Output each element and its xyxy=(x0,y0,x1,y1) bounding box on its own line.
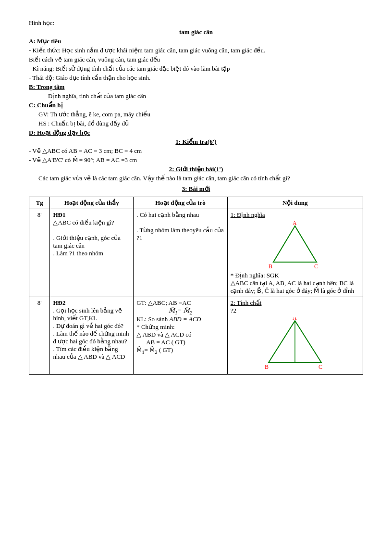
sub1-item1: - Vẽ △ABC có AB = AC = 3 cm; BC = 4 cm xyxy=(29,147,363,155)
row1-hd1-content1: △ABC có điều kiện gì? xyxy=(53,219,130,226)
section-b-content: Định nghĩa, tính chất của tam giác cân xyxy=(29,92,363,100)
row1-tro-content1: . Có hai cạnh bằng nhau xyxy=(136,211,224,219)
triangle2-container: A B C xyxy=(231,317,360,370)
row2-tro-proof: * Chứng minh: xyxy=(136,323,224,331)
row2-tg: 8' xyxy=(29,297,50,375)
table-row-1: 8' HĐ1 △ABC có điều kiện gì? . Giới thiệ… xyxy=(29,209,363,297)
svg-text:A: A xyxy=(293,221,297,226)
row2-nd-title: 2: Tính chất xyxy=(231,299,360,307)
triangle2-svg: A B C xyxy=(264,317,326,370)
section-a-item4: - Thái độ: Giáo dục tính cần thận cho họ… xyxy=(29,74,363,82)
section-b-label: B: Trong tâm xyxy=(29,83,363,91)
row1-hd1-content2a: . Giới thiệu cạnh, góc của tam giác cân xyxy=(53,234,130,250)
svg-text:B: B xyxy=(269,263,272,269)
row2-thay-item4: . Tìm các điều kiện bằng nhau của △ ABD … xyxy=(53,345,130,361)
row1-nd-def: * Định nghĩa: SGK xyxy=(231,272,360,279)
row2-tro-step3: M̂1= M̂2 ( GT) xyxy=(136,346,224,355)
row2-tro-formula: M̂1= M̂2 xyxy=(136,307,224,315)
row1-tg: 8' xyxy=(29,209,50,297)
row2-hd2-title: HĐ2 xyxy=(53,299,130,307)
row2-tro-gt: GT: △ABC; AB =AC xyxy=(136,299,224,307)
row1-nd-detail: △ABC cân tại A, AB, AC là hai cạnh bên; … xyxy=(231,279,360,295)
row2-nd: 2: Tính chất ?2 A B C xyxy=(227,297,363,375)
row2-thay: HĐ2 . Gọi học sinh lên bảng vẽ hình, viế… xyxy=(50,297,134,375)
svg-marker-0 xyxy=(273,226,317,262)
sub3-label: 3: Bài mới xyxy=(29,185,363,193)
row2-thay-item3: . Làm thế nào để chứng minh đ ược hai gó… xyxy=(53,330,130,345)
row1-nd: 1: Định nghĩa A B C * Định nghĩa: SGK xyxy=(227,209,363,297)
row2-thay-item2: . Dự đoán gì về hai góc đó? xyxy=(53,322,130,330)
header-tro: Hoạt động của trò xyxy=(134,197,227,209)
section-a-item3: - Kĩ năng: Biết sử dụng tính chất của cá… xyxy=(29,65,363,73)
page-content: Hình học: tam giác cân A: Mục tiêu - Kiế… xyxy=(29,19,363,375)
sub2-label: 2: Giới thiệu bài(1') xyxy=(29,165,363,173)
section-a-item2: Biết cách vẽ tam giác cân, vuông cân, ta… xyxy=(29,56,363,63)
svg-text:B: B xyxy=(265,364,269,370)
svg-text:A: A xyxy=(293,317,297,321)
table-row-2: 8' HĐ2 . Gọi học sinh lên bảng vẽ hình, … xyxy=(29,297,363,375)
row1-hd1-title: HĐ1 xyxy=(53,211,130,219)
page-title: tam giác cân xyxy=(29,28,363,36)
section-c-hs: HS : Chuẩn bị bài, đồ dùng đầy đủ xyxy=(29,120,363,127)
svg-text:C: C xyxy=(318,364,322,370)
section-c-label: C: Chuẩn bị xyxy=(29,101,363,109)
section-a-label: A: Mục tiêu xyxy=(29,38,363,45)
sub1-item2: - Vẽ △A'B'C' có M̂ = 90°; AB = AC =3 cm xyxy=(29,156,363,164)
row2-tro: GT: △ABC; AB =AC M̂1= M̂2 KL: So sánh AB… xyxy=(134,297,227,375)
header-tg: Tg xyxy=(29,197,50,209)
row2-nd-q: ?2 xyxy=(231,307,360,314)
sub1-label: 1: Kiểm tra(6') xyxy=(29,138,363,146)
main-table: Tg Hoạt động của thầy Hoạt động của trò … xyxy=(29,197,363,375)
row2-thay-item1: . Gọi học sinh lên bảng vẽ hình, viết GT… xyxy=(53,307,130,322)
section-d-label: D: Hoạt động dạy học xyxy=(29,129,363,137)
row2-tro-kl: KL: So sánh ABD = ACD xyxy=(136,315,224,323)
section-a-item1: - Kiến thức: Học sinh nắm đ ược khái niệ… xyxy=(29,47,363,54)
row1-thay: HĐ1 △ABC có điều kiện gì? . Giới thiệu c… xyxy=(50,209,134,297)
row2-tro-step2: AB = AC ( GT) xyxy=(136,339,224,346)
triangle1-container: A B C xyxy=(231,221,360,269)
row2-tro-step1: △ ABD và △ ACD có xyxy=(136,331,224,339)
row1-tro: . Có hai cạnh bằng nhau . Từng nhóm làm … xyxy=(134,209,227,297)
triangle1-svg: A B C xyxy=(266,221,324,269)
sub2-content: Các tam giác vừa vẽ là các tam giác cân.… xyxy=(29,175,363,182)
row1-tro-content2a: . Từng nhóm làm theoyêu cầu của ?1 xyxy=(136,226,224,242)
header-nd: Nội dung xyxy=(227,197,363,209)
row1-hd1-content2b: . Làm ?1 theo nhóm xyxy=(53,250,130,257)
row1-nd-title: 1: Định nghĩa xyxy=(231,211,360,219)
section-c-gv: GV: Th ước thẳng, ê ke, com pa, máy chiế… xyxy=(29,111,363,118)
subject-label: Hình học: xyxy=(29,19,363,27)
svg-text:C: C xyxy=(314,263,318,269)
header-thay: Hoạt động của thầy xyxy=(50,197,134,209)
